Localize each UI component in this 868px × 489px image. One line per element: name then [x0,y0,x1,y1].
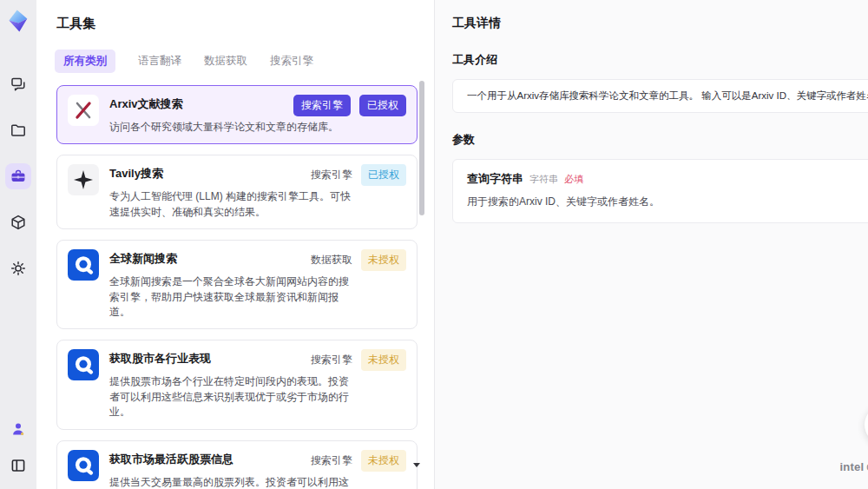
tool-description: 全球新闻搜索是一个聚合全球各大新闻网站内容的搜索引擎，帮助用户快速获取全球最新资… [109,274,406,320]
details-title: 工具详情 [452,16,868,31]
tool-category-badge: 数据获取 [311,249,352,271]
tool-name: 全球新闻搜索 [109,249,177,267]
download-button[interactable] [865,406,868,444]
param-description: 用于搜索的Arxiv ID、关键字或作者姓名。 [467,195,868,209]
scroll-down-arrow-icon[interactable] [413,463,420,467]
tool-details-panel: 工具详情 工具介绍 一个用于从Arxiv存储库搜索科学论文和文章的工具。 输入可… [434,0,868,489]
app-logo [7,9,30,36]
tool-auth-badge: 未授权 [361,249,406,271]
parameter-card: 查询字符串 字符串 必填 用于搜索的Arxiv ID、关键字或作者姓名。 [452,159,868,223]
params-heading: 参数 [452,132,868,148]
param-required-flag: 必填 [564,173,583,186]
arxiv-icon [68,95,99,126]
nav-tools-icon[interactable] [5,163,31,189]
param-type: 字符串 [529,173,558,186]
tool-card[interactable]: Arxiv文献搜索 搜索引擎 已授权 访问各个研究领域大量科学论文和文章的存储库… [56,85,418,144]
tool-auth-badge: 已授权 [361,164,406,186]
tool-card[interactable]: Tavily搜索 搜索引擎 已授权 专为人工智能代理 (LLM) 构建的搜索引擎… [56,155,418,229]
tool-intro-text: 一个用于从Arxiv存储库搜索科学论文和文章的工具。 输入可以是Arxiv ID… [452,79,868,113]
nav-files-icon[interactable] [5,117,31,143]
intel-core-logo: intel CORE [839,461,868,479]
nav-settings-icon[interactable] [5,255,31,281]
tool-category-badge: 搜索引擎 [311,450,352,472]
category-tab[interactable]: 所有类别 [55,50,115,73]
param-name: 查询字符串 [467,171,523,187]
tool-name: Tavily搜索 [109,164,163,182]
news-search-icon [68,349,99,380]
collapse-sidebar-icon[interactable] [5,453,31,479]
tool-auth-badge: 已授权 [359,95,406,116]
tool-name: 获取市场最活跃股票信息 [109,450,233,467]
page-title: 工具集 [56,16,434,32]
tool-icon-tile [68,164,99,195]
category-tab-label: 语言翻译 [138,55,181,67]
tool-description: 访问各个研究领域大量科学论文和文章的存储库。 [109,120,406,135]
tool-category-badge: 搜索引擎 [311,349,352,371]
tool-category-badge: 搜索引擎 [293,95,351,116]
category-tab[interactable]: 语言翻译 [138,50,181,73]
left-icon-rail [0,0,36,489]
tool-name: 获取股市各行业表现 [109,349,211,367]
list-scrollbar-thumb[interactable] [419,81,424,215]
tool-list: Arxiv文献搜索 搜索引擎 已授权 访问各个研究领域大量科学论文和文章的存储库… [56,85,418,489]
intro-heading: 工具介绍 [452,52,868,68]
tavily-star-icon [68,164,99,195]
tool-icon-tile [68,450,99,481]
tool-category-badge: 搜索引擎 [311,164,352,186]
intel-wordmark: intel [839,461,864,472]
tool-auth-badge: 未授权 [361,450,406,472]
category-tab-label: 数据获取 [204,55,247,67]
tool-description: 提供当天交易量最高的股票列表。投资者可以利用这些信息来识别流动性强的股票和潜在的… [109,475,406,489]
tool-card[interactable]: 全球新闻搜索 数据获取 未授权 全球新闻搜索是一个聚合全球各大新闻网站内容的搜索… [56,240,418,329]
tool-description: 专为人工智能代理 (LLM) 构建的搜索引擎工具。可快速提供实时、准确和真实的结… [109,189,406,220]
news-search-icon [68,450,99,481]
category-tabs: 所有类别语言翻译数据获取搜索引擎 [55,50,434,73]
category-tab[interactable]: 数据获取 [204,50,247,73]
tool-description: 提供股票市场各个行业在特定时间段内的表现。投资者可以利用这些信息来识别表现优于或… [109,374,406,420]
category-tab[interactable]: 搜索引擎 [270,50,313,73]
category-tab-label: 搜索引擎 [270,55,313,67]
tool-icon-tile [68,95,99,126]
tool-auth-badge: 未授权 [361,349,406,371]
news-search-icon [68,249,99,281]
category-tab-label: 所有类别 [63,55,107,67]
nav-chat-icon[interactable] [5,71,31,97]
tool-list-panel: 工具集 所有类别语言翻译数据获取搜索引擎 Arxiv文献搜索 搜索引擎 已授权 … [36,0,434,489]
tool-card[interactable]: 获取股市各行业表现 搜索引擎 未授权 提供股票市场各个行业在特定时间段内的表现。… [56,340,418,429]
tool-icon-tile [68,349,99,380]
list-scrollbar-track[interactable] [419,78,424,482]
tool-name: Arxiv文献搜索 [109,95,183,112]
nav-models-icon[interactable] [5,209,31,235]
tool-icon-tile [68,249,99,281]
tool-card[interactable]: 获取市场最活跃股票信息 搜索引擎 未授权 提供当天交易量最高的股票列表。投资者可… [56,440,418,489]
app-window: 工具集 所有类别语言翻译数据获取搜索引擎 Arxiv文献搜索 搜索引擎 已授权 … [0,0,868,489]
user-profile-icon[interactable] [5,416,31,442]
